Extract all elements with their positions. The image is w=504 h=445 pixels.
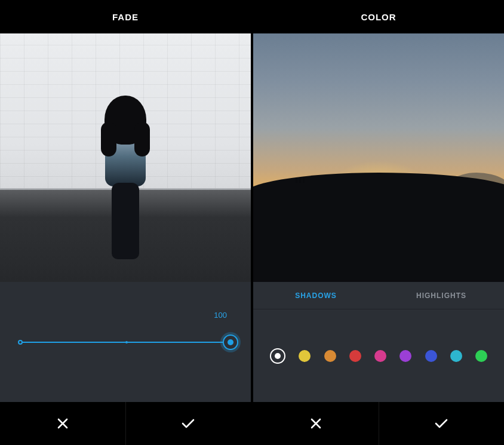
- check-icon: [181, 418, 195, 429]
- fade-slider-handle[interactable]: [223, 334, 238, 350]
- color-image-preview: [253, 33, 504, 282]
- swatch-cyan[interactable]: [450, 350, 462, 362]
- check-icon: [434, 418, 448, 429]
- color-footer: [253, 402, 504, 445]
- swatch-none[interactable]: [270, 348, 285, 364]
- fade-slider-value: 100: [214, 311, 227, 320]
- fade-panel: FADE 100: [0, 0, 252, 445]
- fade-slider[interactable]: 100: [0, 282, 251, 402]
- swatch-blue[interactable]: [425, 350, 437, 362]
- swatch-green[interactable]: [475, 350, 487, 362]
- color-swatches: [253, 309, 504, 402]
- fade-controls: 100: [0, 282, 251, 402]
- color-tabs: SHADOWS HIGHLIGHTS: [253, 282, 504, 309]
- fade-image-preview: [0, 33, 251, 282]
- confirm-button[interactable]: [126, 402, 251, 445]
- slider-start-icon: [18, 340, 23, 345]
- fade-title: FADE: [112, 12, 139, 22]
- fade-header: FADE: [0, 0, 251, 33]
- color-title: COLOR: [361, 12, 396, 22]
- color-header: COLOR: [253, 0, 504, 33]
- swatch-orange[interactable]: [324, 350, 336, 362]
- confirm-button[interactable]: [379, 402, 505, 445]
- tab-highlights[interactable]: HIGHLIGHTS: [379, 282, 504, 309]
- color-controls: SHADOWS HIGHLIGHTS: [253, 282, 504, 402]
- fade-slider-track[interactable]: [20, 342, 231, 343]
- color-panel: COLOR SHADOWS HIGHLIGHTS: [252, 0, 504, 445]
- swatch-red[interactable]: [349, 350, 361, 362]
- close-icon: [57, 418, 69, 429]
- swatch-pink[interactable]: [374, 350, 386, 362]
- swatch-purple[interactable]: [399, 350, 411, 362]
- tab-shadows[interactable]: SHADOWS: [253, 282, 379, 309]
- cancel-button[interactable]: [253, 402, 379, 445]
- close-icon: [310, 418, 322, 429]
- cancel-button[interactable]: [0, 402, 126, 445]
- fade-footer: [0, 402, 251, 445]
- swatch-yellow[interactable]: [299, 350, 311, 362]
